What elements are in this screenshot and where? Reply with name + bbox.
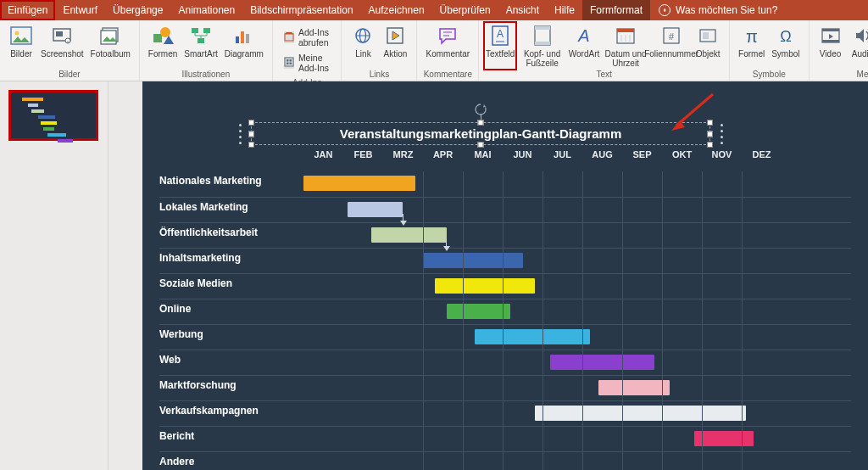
resize-handle[interactable] [478, 120, 484, 126]
tab-ansicht[interactable]: Ansicht [498, 0, 547, 20]
gantt-bar[interactable] [447, 304, 510, 319]
task-label: Öffentlichkeitsarbeit [159, 227, 303, 238]
gantt-bar[interactable] [598, 380, 670, 395]
gantt-bar[interactable] [435, 278, 535, 294]
gantt-bar[interactable] [303, 176, 415, 191]
button-label: Formel [738, 49, 765, 59]
tab-hilfe[interactable]: Hilfe [547, 0, 582, 20]
album-button[interactable]: Fotoalbum [87, 22, 134, 70]
resize-handle[interactable] [707, 142, 713, 148]
svg-text:π: π [746, 27, 758, 46]
button-label: Diagramm [225, 49, 264, 59]
tab-uebergaenge[interactable]: Übergänge [105, 0, 170, 20]
audio-icon [851, 24, 868, 48]
ribbon: Bilder+ScreenshotFotoalbumBilderFormenSm… [0, 20, 868, 81]
store-button[interactable]: Add-Ins abrufen [281, 25, 333, 49]
gantt-chart: JANFEBMRZAPRMAIJUNJULAUGSEPOKTNOVDEZ Nat… [159, 149, 851, 470]
group-label: Kommentare [424, 70, 472, 81]
task-label: Inhaltsmarketing [159, 252, 303, 264]
task-label: Verkaufskampagnen [159, 405, 303, 417]
slide-canvas: Veranstaltungsmarketingplan-Gantt-Diagra… [142, 81, 868, 470]
gantt-body: Nationales MarketingLokales MarketingÖff… [159, 171, 851, 470]
svg-rect-17 [285, 58, 293, 66]
image-button[interactable]: Bilder [5, 22, 37, 70]
title-textbox[interactable]: Veranstaltungsmarketingplan-Gantt-Diagra… [251, 122, 710, 145]
tab-entwurf[interactable]: Entwurf [55, 0, 105, 20]
gridline [582, 171, 583, 470]
gantt-bar[interactable] [371, 227, 447, 243]
group-label: Text [596, 70, 611, 81]
button-label: Meine Add-Ins [298, 53, 331, 73]
chart-button[interactable]: Diagramm [221, 22, 267, 70]
datetime-button[interactable]: Datum und Uhrzeit [600, 22, 651, 70]
tab-ueberpruefen[interactable]: Überprüfen [432, 0, 498, 20]
task-label: Soziale Medien [159, 277, 303, 289]
gantt-row: Nationales Marketing [159, 171, 851, 197]
month-label: MAI [463, 149, 503, 168]
link-button[interactable]: Link [347, 22, 379, 70]
gantt-bar[interactable] [550, 355, 654, 370]
gantt-bar[interactable] [694, 431, 754, 446]
tab-animationen[interactable]: Animationen [170, 0, 242, 20]
ribbon-tabbar: Einfügen Entwurf Übergänge Animationen B… [0, 0, 868, 20]
tab-bildschirmpraesentation[interactable]: Bildschirmpräsentation [242, 0, 360, 20]
textbox-button[interactable]: ATextfeld [484, 22, 516, 70]
button-label: Datum und Uhrzeit [604, 49, 648, 68]
object-button[interactable]: Objekt [692, 22, 724, 70]
video-button[interactable]: Video [815, 22, 847, 70]
workspace: Veranstaltungsmarketingplan-Gantt-Diagra… [0, 81, 868, 470]
month-label: FEB [343, 149, 383, 168]
slide-thumbnail-1[interactable] [8, 90, 98, 141]
svg-text:A: A [577, 26, 589, 45]
audio-button[interactable]: Audio [847, 22, 868, 70]
action-button[interactable]: Aktion [379, 22, 411, 70]
svg-rect-14 [241, 31, 244, 43]
screenshot-button[interactable]: +Screenshot [37, 22, 87, 70]
gridline [423, 171, 424, 470]
svg-rect-20 [287, 63, 289, 65]
slide-editor[interactable]: Veranstaltungsmarketingplan-Gantt-Diagra… [108, 81, 868, 470]
chart-title[interactable]: Veranstaltungsmarketingplan-Gantt-Diagra… [260, 126, 701, 141]
tab-formformat[interactable]: Formformat [582, 0, 650, 20]
svg-point-1 [15, 31, 19, 36]
grip-right-icon[interactable] [717, 124, 726, 144]
ribbon-group: ATextfeldKopf- und FußzeileAWordArtDatum… [479, 20, 730, 81]
smartart-button[interactable]: SmartArt [181, 22, 220, 70]
gantt-bar[interactable] [348, 202, 403, 217]
shapes-button[interactable]: Formen [145, 22, 181, 70]
myaddins-button[interactable]: Meine Add-Ins [281, 51, 333, 75]
gantt-bar[interactable] [535, 406, 746, 421]
gantt-bar[interactable] [423, 253, 523, 268]
svg-rect-15 [246, 34, 249, 43]
gantt-row: Online [159, 299, 851, 324]
tell-me-placeholder: Was möchten Sie tun? [676, 4, 777, 16]
button-label: Kommentar [426, 49, 470, 59]
tab-aufzeichnen[interactable]: Aufzeichnen [361, 0, 432, 20]
equation-button[interactable]: πFormel [735, 22, 768, 70]
month-label: DEZ [742, 149, 782, 168]
store-icon [284, 31, 294, 43]
gantt-row: Verkaufskampagnen [159, 400, 851, 426]
task-label: Online [159, 303, 303, 315]
resize-handle[interactable] [478, 142, 484, 148]
resize-handle[interactable] [248, 142, 254, 148]
grip-left-icon[interactable] [236, 124, 244, 144]
wordart-button[interactable]: AWordArt [568, 22, 600, 70]
resize-handle[interactable] [248, 120, 254, 126]
svg-text:#: # [669, 31, 675, 42]
gantt-bar[interactable] [475, 329, 590, 344]
equation-icon: π [740, 24, 764, 48]
ribbon-group: Bilder+ScreenshotFotoalbumBilder [0, 20, 140, 81]
resize-handle[interactable] [248, 131, 254, 137]
comment-button[interactable]: Kommentar [422, 22, 473, 70]
button-label: Kopf- und Fußzeile [520, 49, 565, 68]
svg-text:+: + [67, 39, 70, 44]
svg-rect-10 [192, 28, 198, 33]
month-label: JAN [303, 149, 343, 168]
headerfooter-button[interactable]: Kopf- und Fußzeile [516, 22, 568, 70]
svg-marker-52 [671, 120, 685, 131]
tab-einfuegen[interactable]: Einfügen [0, 0, 55, 20]
tell-me-search[interactable]: Was möchten Sie tun? [650, 0, 786, 20]
slidenum-button[interactable]: #Foliennummer [651, 22, 692, 70]
symbol-button[interactable]: ΩSymbol [768, 22, 803, 70]
